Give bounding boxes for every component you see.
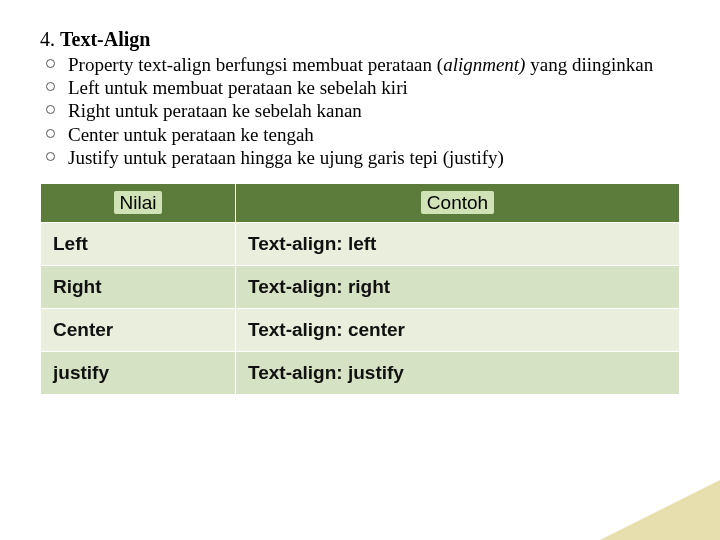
bullet-list: Property text-align berfungsi membuat pe… [40,53,680,169]
table-header: Contoh [236,183,680,222]
heading-number: 4. [40,28,55,50]
table-header-row: Nilai Contoh [41,183,680,222]
list-item: Center untuk perataan ke tengah [40,123,680,146]
bullet-italic: alignment) [443,54,525,75]
table-row: Center Text-align: center [41,308,680,351]
list-item: Left untuk membuat perataan ke sebelah k… [40,76,680,99]
table-cell: Center [41,308,236,351]
table-header: Nilai [41,183,236,222]
table-cell: justify [41,351,236,394]
header-label: Contoh [421,191,494,214]
table-cell: Text-align: justify [236,351,680,394]
bullet-text: yang diinginkan [525,54,653,75]
table-row: Left Text-align: left [41,222,680,265]
bullet-text: Center untuk perataan ke tengah [68,124,314,145]
bullet-text: Left untuk membuat perataan ke sebelah k… [68,77,408,98]
corner-decoration [600,480,720,540]
bullet-text: Justify untuk perataan hingga ke ujung g… [68,147,504,168]
table-row: Right Text-align: right [41,265,680,308]
slide-content: 4. Text-Align Property text-align berfun… [0,0,720,395]
table-cell: Text-align: center [236,308,680,351]
table-cell: Text-align: left [236,222,680,265]
bullet-text: Property text-align berfungsi membuat pe… [68,54,443,75]
header-label: Nilai [114,191,163,214]
table-cell: Right [41,265,236,308]
heading-title: Text-Align [60,28,150,50]
list-item: Right untuk perataan ke sebelah kanan [40,99,680,122]
table-row: justify Text-align: justify [41,351,680,394]
list-item: Property text-align berfungsi membuat pe… [40,53,680,76]
section-heading: 4. Text-Align [40,28,680,51]
bullet-text: Right untuk perataan ke sebelah kanan [68,100,362,121]
table-cell: Left [41,222,236,265]
list-item: Justify untuk perataan hingga ke ujung g… [40,146,680,169]
values-table: Nilai Contoh Left Text-align: left Right… [40,183,680,395]
table-cell: Text-align: right [236,265,680,308]
